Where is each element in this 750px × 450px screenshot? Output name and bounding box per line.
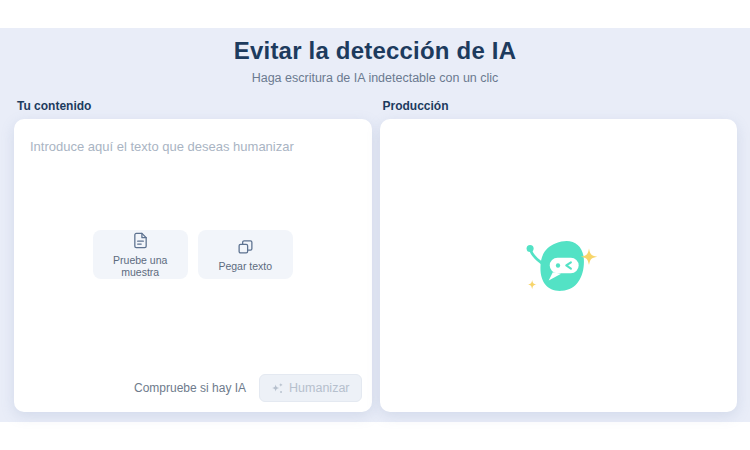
panels-row: Tu contenido [0,85,750,412]
sparkle-small [528,279,537,288]
humanize-button-label: Humanizar [289,381,349,395]
input-column: Tu contenido [14,99,372,412]
page-subtitle: Haga escritura de IA indetectable con un… [0,71,750,85]
output-panel-label: Producción [383,99,735,113]
hero-section: Evitar la detección de IA Haga escritura… [0,28,750,422]
input-panel: Pruebe una muestra Pegar texto [14,119,372,412]
humanize-button[interactable]: Humanizar [259,374,361,402]
file-text-icon [132,232,149,249]
output-panel [380,119,738,412]
try-sample-button[interactable]: Pruebe una muestra [93,230,188,279]
output-column: Producción [380,99,738,412]
robot-mascot [518,235,598,297]
paste-text-label: Pegar texto [218,260,272,272]
try-sample-label: Pruebe una muestra [93,254,188,278]
input-panel-footer: Compruebe si hay IA Humanizar [134,374,362,402]
content-input[interactable] [14,119,372,412]
page-title: Evitar la detección de IA [0,37,750,65]
input-panel-label: Tu contenido [17,99,369,113]
page: Evitar la detección de IA Haga escritura… [0,0,750,450]
paste-text-button[interactable]: Pegar texto [198,230,293,279]
sparkles-icon [271,382,284,395]
copy-icon [237,238,254,255]
check-ai-link[interactable]: Compruebe si hay IA [134,381,246,395]
